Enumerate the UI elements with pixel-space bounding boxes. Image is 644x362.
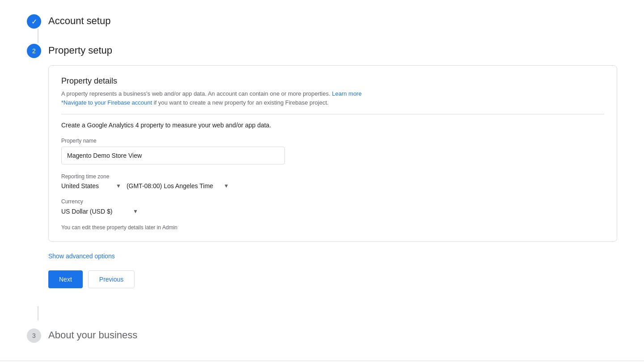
property-desc-text: A property represents a business's web a… (61, 90, 330, 97)
currency-field: Currency US Dollar (USD $) Euro (EUR €) … (61, 198, 604, 215)
property-details-card: Property details A property represents a… (48, 65, 617, 242)
currency-label: Currency (61, 198, 604, 205)
property-name-input[interactable] (61, 147, 285, 164)
country-select[interactable]: United States Canada United Kingdom (61, 182, 115, 189)
step-1-account-setup: ✓ Account setup (27, 13, 617, 29)
currency-select[interactable]: US Dollar (USD $) Euro (EUR €) British P… (61, 208, 132, 215)
step-2-label: Property setup (48, 43, 112, 56)
timezone-dropdown-icon: ▼ (224, 183, 229, 189)
timezone-select[interactable]: (GMT-08:00) Los Angeles Time (GMT-05:00)… (127, 182, 223, 189)
step-3-circle: 3 (27, 328, 41, 343)
step-connector-1 (38, 29, 38, 43)
step-3-label: About your business (48, 328, 137, 341)
property-name-label: Property name (61, 138, 604, 144)
firebase-link[interactable]: *Navigate to your Firebase account (61, 99, 152, 106)
country-select-wrapper: United States Canada United Kingdom ▼ (61, 182, 121, 189)
buttons-row: Next Previous (48, 270, 617, 288)
step-2-circle: 2 (27, 44, 41, 58)
previous-button[interactable]: Previous (88, 270, 135, 288)
create-text: Create a Google Analytics 4 property to … (61, 122, 604, 129)
edit-note: You can edit these property details late… (61, 224, 604, 231)
timezone-select-wrapper: (GMT-08:00) Los Angeles Time (GMT-05:00)… (127, 182, 229, 189)
card-divider (61, 114, 604, 114)
stepper: ✓ Account setup 2 Property setup Propert… (27, 13, 617, 343)
firebase-link-suffix: if you want to create a new property for… (154, 99, 329, 106)
country-dropdown-icon: ▼ (116, 183, 121, 189)
step-2-number: 2 (32, 47, 36, 55)
step-3-number: 3 (32, 332, 36, 339)
reporting-timezone-label: Reporting time zone (61, 173, 604, 180)
step-3-about-business: 3 About your business (27, 328, 617, 343)
currency-dropdown-icon: ▼ (133, 208, 138, 215)
advanced-options-link[interactable]: Show advanced options (48, 253, 617, 260)
main-content: ✓ Account setup 2 Property setup Propert… (0, 0, 644, 361)
step-2-property-setup: 2 Property setup (27, 43, 617, 58)
property-name-field: Property name (61, 138, 604, 164)
learn-more-link[interactable]: Learn more (332, 90, 361, 97)
checkmark-icon: ✓ (31, 17, 37, 26)
property-details-desc: A property represents a business's web a… (61, 89, 604, 107)
step-1-circle: ✓ (27, 14, 41, 29)
next-button[interactable]: Next (48, 270, 83, 288)
step-1-label: Account setup (48, 13, 110, 27)
page-container: ✓ Account setup 2 Property setup Propert… (0, 0, 644, 362)
timezone-row: United States Canada United Kingdom ▼ (G… (61, 182, 604, 189)
currency-select-wrapper: US Dollar (USD $) Euro (EUR €) British P… (61, 208, 138, 215)
reporting-timezone-field: Reporting time zone United States Canada… (61, 173, 604, 189)
property-details-title: Property details (61, 76, 604, 86)
step-connector-2 (38, 306, 38, 320)
